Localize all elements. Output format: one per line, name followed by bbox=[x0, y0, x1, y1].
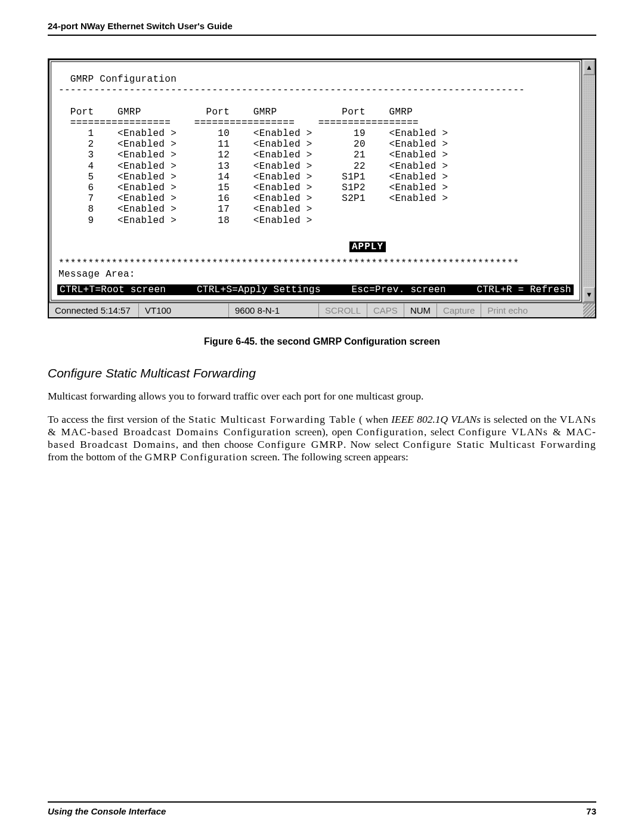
p2-menu: Static Multicast Forwarding Table bbox=[188, 413, 356, 425]
hint-apply: CTRL+S=Apply Settings bbox=[197, 284, 321, 295]
paragraph-intro: Multicast forwarding allows you to forwa… bbox=[48, 390, 596, 402]
status-serial: 9600 8-N-1 bbox=[229, 304, 319, 317]
apply-button[interactable]: APPLY bbox=[349, 241, 386, 252]
page-number: 73 bbox=[586, 806, 596, 816]
terminal-text: GMRP Configuration ---------------------… bbox=[51, 62, 580, 230]
hint-root: CTRL+T=Root screen bbox=[60, 284, 166, 295]
p2-menu: GMRP Configuration bbox=[145, 451, 248, 463]
status-print-echo: Print echo bbox=[481, 304, 583, 317]
vertical-scrollbar[interactable]: ▲ ▼ bbox=[582, 60, 595, 302]
paragraph-instructions: To access the first version of the Stati… bbox=[48, 413, 596, 463]
terminal-screen: GMRP Configuration ---------------------… bbox=[49, 60, 582, 302]
footer-section: Using the Console Interface bbox=[48, 806, 166, 816]
p2-text: from the bottom of the bbox=[48, 451, 145, 463]
status-scroll: SCROLL bbox=[319, 304, 367, 317]
scroll-down-arrow-icon[interactable]: ▼ bbox=[583, 287, 595, 302]
p2-text: , select bbox=[424, 426, 458, 438]
status-capture: Capture bbox=[437, 304, 481, 317]
p2-text: when bbox=[363, 413, 391, 425]
shortcut-hints-bar: CTRL+T=Root screen CTRL+S=Apply Settings… bbox=[57, 284, 574, 295]
p2-text: screen. The following screen appears: bbox=[248, 451, 408, 463]
status-num: NUM bbox=[404, 304, 437, 317]
p2-text: , and then choose bbox=[176, 438, 258, 450]
status-connected: Connected 5:14:57 bbox=[49, 304, 139, 317]
p2-menu: Configuration bbox=[356, 426, 424, 438]
resize-grip-icon[interactable] bbox=[583, 304, 595, 317]
terminal-window: GMRP Configuration ---------------------… bbox=[48, 58, 596, 318]
figure-caption: Figure 6-45. the second GMRP Configurati… bbox=[48, 336, 596, 347]
hint-prev: Esc=Prev. screen bbox=[351, 284, 445, 295]
p2-menu: Configure GMRP bbox=[258, 438, 343, 450]
scroll-track[interactable] bbox=[583, 75, 595, 287]
status-caps: CAPS bbox=[367, 304, 404, 317]
p2-text: To access the first version of the bbox=[48, 413, 188, 425]
scroll-up-arrow-icon[interactable]: ▲ bbox=[583, 60, 595, 75]
p2-text: screen), open bbox=[292, 426, 357, 438]
status-emulation: VT100 bbox=[139, 304, 229, 317]
hint-refresh: CTRL+R = Refresh bbox=[477, 284, 571, 295]
section-heading: Configure Static Multicast Forwarding bbox=[48, 366, 596, 380]
running-header: 24-port NWay Ethernet Switch User's Guid… bbox=[48, 21, 596, 36]
p2-menu: Configure Static Multicast Forwarding bbox=[403, 438, 596, 450]
p2-text: is selected on the bbox=[481, 413, 560, 425]
document-page: 24-port NWay Ethernet Switch User's Guid… bbox=[0, 0, 644, 833]
p2-emphasis: IEEE 802.1Q VLANs bbox=[391, 413, 481, 425]
running-footer: Using the Console Interface 73 bbox=[48, 801, 596, 816]
p2-text: . Now select bbox=[343, 438, 403, 450]
terminal-footer-text: ****************************************… bbox=[51, 258, 580, 283]
status-bar: Connected 5:14:57 VT100 9600 8-N-1 SCROL… bbox=[49, 302, 595, 317]
